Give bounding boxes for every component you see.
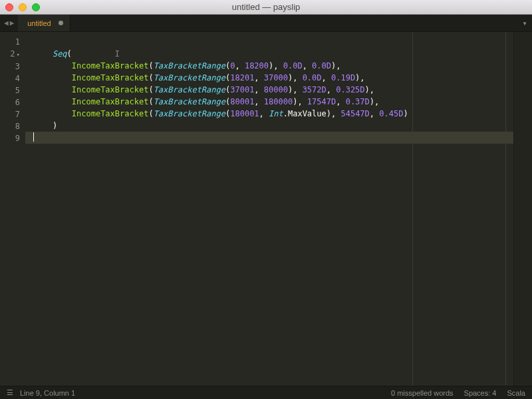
- mouse-ibeam-icon: 𝙸: [115, 48, 120, 60]
- token: Seq: [53, 49, 67, 59]
- window-titlebar: untitled — payslip: [0, 0, 532, 15]
- token: IncomeTaxBracket: [72, 61, 149, 70]
- ruler-2: [505, 32, 506, 386]
- token: ),: [370, 97, 379, 106]
- line-number[interactable]: 4: [0, 72, 20, 84]
- line-number[interactable]: 7: [0, 108, 20, 120]
- window-title: untitled — payslip: [0, 2, 532, 12]
- token: 3572D: [303, 85, 327, 94]
- token: ): [53, 121, 57, 130]
- token: 0.37D: [346, 97, 370, 106]
- syntax-status[interactable]: Scala: [507, 389, 525, 397]
- token: 37000: [264, 73, 288, 82]
- token: TaxBracketRange: [154, 97, 225, 106]
- token: .MaxValue: [283, 109, 327, 118]
- token: IncomeTaxBracket: [72, 109, 149, 118]
- code-line[interactable]: IncomeTaxBracket(TaxBracketRange(80001, …: [33, 96, 513, 108]
- token: ,: [259, 109, 269, 118]
- line-number[interactable]: 1: [0, 36, 20, 48]
- status-bar: ☰ Line 9, Column 1 0 misspelled words Sp…: [0, 386, 532, 399]
- tab-history-nav: ◀ ▶: [0, 15, 18, 31]
- token: (: [67, 49, 72, 59]
- token: 0.0D: [303, 73, 322, 82]
- line-number[interactable]: 6: [0, 96, 20, 108]
- close-window-button[interactable]: [5, 3, 13, 11]
- token: 0.19D: [331, 73, 355, 82]
- token: ,: [336, 97, 345, 106]
- line-number[interactable]: 8: [0, 120, 20, 132]
- token: 180001: [230, 109, 259, 118]
- line-number[interactable]: 3: [0, 61, 20, 72]
- code-line[interactable]: Seq( 𝙸: [33, 48, 513, 60]
- code-content[interactable]: Seq( 𝙸 IncomeTaxBracket(TaxBracketRange(…: [25, 32, 513, 386]
- cursor-position[interactable]: Line 9, Column 1: [20, 389, 75, 397]
- token: TaxBracketRange: [154, 61, 225, 70]
- token: ,: [327, 85, 336, 94]
- window-controls: [0, 3, 40, 11]
- token: 18201: [230, 73, 254, 82]
- token: 54547D: [340, 109, 369, 118]
- token: ,: [293, 85, 302, 94]
- token: 80001: [230, 97, 254, 106]
- code-line[interactable]: [25, 132, 513, 144]
- token: 0.325D: [336, 85, 364, 94]
- code-line[interactable]: [33, 36, 513, 48]
- token: ): [403, 109, 408, 118]
- line-number-gutter[interactable]: 12▾3456789: [0, 32, 25, 386]
- dirty-indicator-icon: [59, 21, 63, 25]
- line-number[interactable]: 5: [0, 84, 20, 96]
- token: ,: [293, 73, 302, 82]
- forward-button[interactable]: ▶: [10, 19, 15, 27]
- token: ,: [303, 61, 312, 70]
- token: ),: [331, 61, 340, 70]
- spell-status[interactable]: 0 misspelled words: [391, 389, 454, 397]
- token: IncomeTaxBracket: [72, 73, 149, 82]
- switch-project-icon[interactable]: ☰: [7, 388, 13, 397]
- token: ,: [254, 97, 263, 106]
- token: 180000: [264, 97, 293, 106]
- token: TaxBracketRange: [154, 109, 225, 118]
- tab-bar: ◀ ▶ untitled ▾: [0, 15, 532, 32]
- editor-area[interactable]: 12▾3456789 Seq( 𝙸 IncomeTaxBracket(TaxBr…: [0, 32, 532, 386]
- back-button[interactable]: ◀: [4, 19, 9, 27]
- minimize-window-button[interactable]: [19, 3, 27, 11]
- token: (: [148, 73, 153, 82]
- tab-spacer: [70, 15, 517, 31]
- token: 0.45D: [379, 109, 403, 118]
- token: ,: [370, 109, 379, 118]
- minimap[interactable]: [513, 32, 532, 386]
- code-line[interactable]: ): [33, 120, 513, 132]
- tab-label: untitled: [27, 19, 51, 27]
- token: 80000: [264, 85, 288, 94]
- code-line[interactable]: IncomeTaxBracket(TaxBracketRange(37001, …: [33, 84, 513, 96]
- code-line[interactable]: IncomeTaxBracket(TaxBracketRange(0, 1820…: [33, 60, 513, 72]
- fold-icon[interactable]: ▾: [17, 51, 20, 58]
- token: (: [148, 61, 153, 70]
- token: ,: [254, 73, 263, 82]
- token: ,: [297, 97, 307, 106]
- token: TaxBracketRange: [154, 85, 225, 94]
- code-line[interactable]: IncomeTaxBracket(TaxBracketRange(18201, …: [33, 72, 513, 84]
- token: ),: [365, 85, 374, 94]
- tab-untitled[interactable]: untitled: [18, 15, 70, 31]
- line-number[interactable]: 2▾: [0, 48, 20, 61]
- tab-dropdown-button[interactable]: ▾: [517, 15, 532, 31]
- token: 0.0D: [283, 61, 303, 70]
- token: ): [327, 109, 331, 118]
- token: (: [148, 85, 153, 94]
- text-cursor: [33, 132, 34, 142]
- token: (: [148, 97, 153, 106]
- indent-status[interactable]: Spaces: 4: [464, 389, 497, 397]
- token: ,: [235, 61, 244, 70]
- token: ,: [331, 109, 340, 118]
- zoom-window-button[interactable]: [32, 3, 40, 11]
- token: IncomeTaxBracket: [72, 85, 149, 94]
- code-line[interactable]: IncomeTaxBracket(TaxBracketRange(180001,…: [33, 108, 513, 120]
- token: ,: [322, 73, 331, 82]
- token: (: [148, 109, 153, 118]
- line-number[interactable]: 9: [0, 132, 20, 144]
- token: 17547D: [307, 97, 336, 106]
- token: ,: [273, 61, 283, 70]
- token: TaxBracketRange: [154, 73, 225, 82]
- token: ,: [254, 85, 263, 94]
